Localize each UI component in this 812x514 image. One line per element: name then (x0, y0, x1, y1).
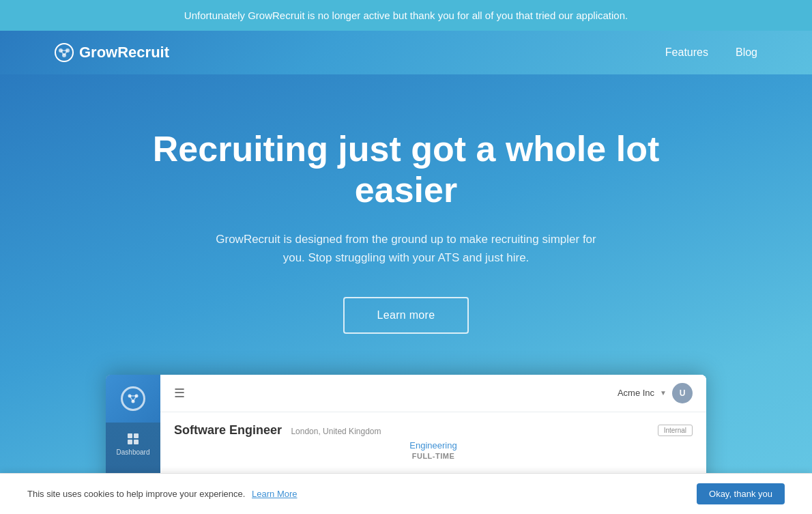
logo-text: GrowRecruit (79, 44, 169, 61)
svg-line-12 (133, 396, 136, 401)
job-header: Software Engineer London, United Kingdom… (160, 412, 706, 460)
job-title-row: Software Engineer London, United Kingdom… (174, 423, 693, 438)
job-dept: Engineering (174, 440, 693, 451)
nav-features[interactable]: Features (665, 46, 708, 59)
user-avatar: U (672, 383, 693, 403)
cookie-banner: This site uses cookies to help improve y… (0, 473, 812, 514)
nav-links: Features Blog (665, 46, 757, 59)
svg-point-0 (55, 44, 73, 61)
top-bar: ☰ Acme Inc ▼ U (160, 375, 706, 412)
svg-rect-15 (128, 440, 132, 444)
cookie-accept-button[interactable]: Okay, thank you (697, 483, 785, 504)
svg-line-11 (130, 396, 133, 401)
nav-blog[interactable]: Blog (736, 46, 757, 59)
job-type: FULL-TIME (174, 452, 693, 460)
job-title: Software Engineer (174, 423, 282, 437)
svg-rect-13 (128, 433, 132, 438)
hero-section: Recruiting just got a whole lot easier G… (0, 74, 812, 514)
hamburger-icon[interactable]: ☰ (174, 386, 185, 401)
job-location: London, United Kingdom (291, 427, 381, 436)
dashboard-icon (126, 432, 140, 446)
hero-title: Recruiting just got a whole lot easier (133, 129, 679, 211)
internal-badge: Internal (658, 425, 693, 436)
sidebar-logo (106, 375, 160, 423)
company-name: Acme Inc (618, 388, 654, 398)
navbar: GrowRecruit Features Blog (0, 31, 812, 74)
job-title-group: Software Engineer London, United Kingdom (174, 423, 381, 438)
app-logo-icon (121, 386, 145, 411)
logo[interactable]: GrowRecruit (55, 43, 169, 62)
learn-more-button[interactable]: Learn more (343, 297, 469, 334)
top-bar-right: Acme Inc ▼ U (618, 383, 693, 403)
dashboard-label: Dashboard (117, 448, 150, 456)
sidebar-item-dashboard[interactable]: Dashboard (106, 423, 160, 466)
company-dropdown-icon[interactable]: ▼ (660, 389, 667, 397)
cookie-message: This site uses cookies to help improve y… (27, 489, 245, 499)
hero-subtitle: GrowRecruit is designed from the ground … (208, 230, 604, 267)
cookie-learn-more-link[interactable]: Learn More (252, 489, 297, 499)
cookie-text: This site uses cookies to help improve y… (27, 489, 683, 499)
banner-text: Unfortunately GrowRecruit is no longer a… (184, 10, 628, 21)
announcement-banner: Unfortunately GrowRecruit is no longer a… (0, 0, 812, 31)
logo-icon (55, 43, 74, 62)
svg-rect-14 (134, 433, 139, 438)
svg-rect-16 (134, 440, 139, 444)
